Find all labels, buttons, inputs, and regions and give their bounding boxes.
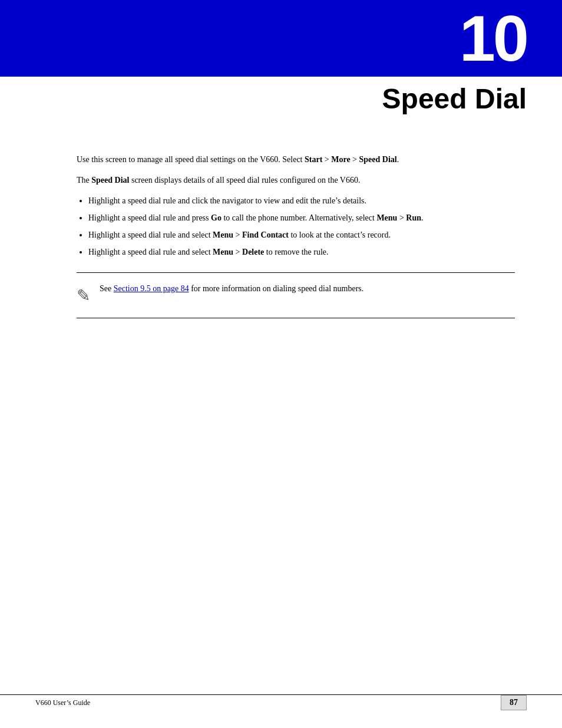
chapter-title-area: Speed Dial: [382, 83, 527, 115]
bullet-4-text: Highlight a speed dial rule and select M…: [88, 248, 329, 256]
note-box: ✎ See Section 9.5 on page 84 for more in…: [77, 272, 515, 318]
list-item: Highlight a speed dial rule and press Go…: [88, 212, 515, 224]
content-area: Use this screen to manage all speed dial…: [77, 153, 515, 318]
list-item: Highlight a speed dial rule and select M…: [88, 246, 515, 258]
intro-text-2: The Speed Dial screen displays details o…: [77, 176, 360, 185]
chapter-title: Speed Dial: [382, 83, 527, 115]
bullet-3-text: Highlight a speed dial rule and select M…: [88, 230, 391, 239]
chapter-banner: 10: [0, 0, 562, 77]
list-item: Highlight a speed dial rule and click th…: [88, 195, 515, 207]
note-text: See Section 9.5 on page 84 for more info…: [100, 282, 363, 295]
note-icon: ✎: [77, 284, 90, 308]
footer: V660 User’s Guide 87: [0, 694, 562, 710]
intro-paragraph-2: The Speed Dial screen displays details o…: [77, 174, 515, 186]
list-item: Highlight a speed dial rule and select M…: [88, 229, 515, 241]
bullet-2-text: Highlight a speed dial rule and press Go…: [88, 213, 423, 222]
bullet-list: Highlight a speed dial rule and click th…: [88, 195, 515, 258]
note-post: for more information on dialing speed di…: [189, 284, 364, 293]
intro-paragraph: Use this screen to manage all speed dial…: [77, 153, 515, 166]
footer-page-number: 87: [501, 695, 527, 710]
note-link[interactable]: Section 9.5 on page 84: [114, 284, 189, 293]
chapter-number: 10: [459, 6, 527, 71]
footer-left-text: V660 User’s Guide: [35, 699, 90, 707]
note-pre: See: [100, 284, 114, 293]
bullet-1-text: Highlight a speed dial rule and click th…: [88, 196, 366, 205]
intro-text-1: Use this screen to manage all speed dial…: [77, 155, 399, 164]
